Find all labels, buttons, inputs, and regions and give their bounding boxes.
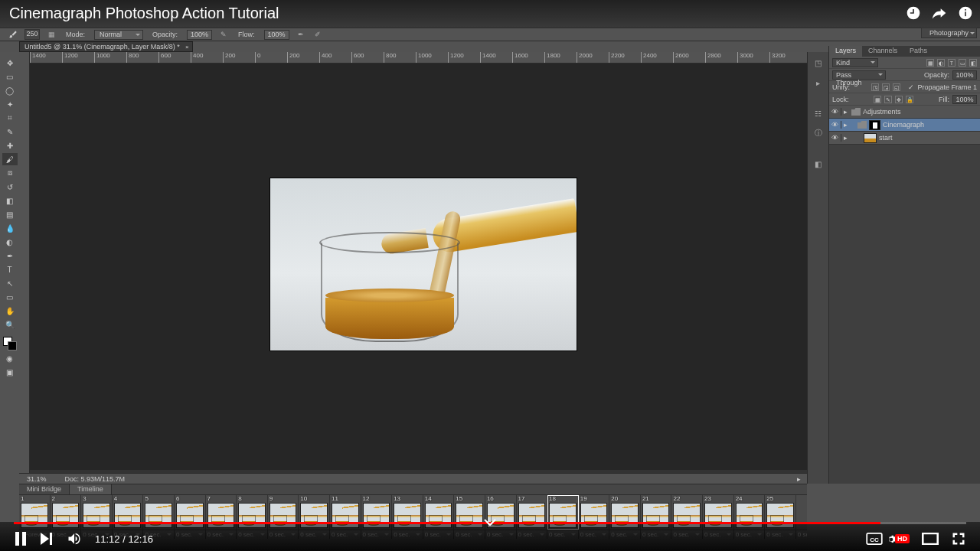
ruler-horizontal[interactable]: 1400120010008006004002000200400600800100… [30,52,807,64]
path-tool[interactable]: ↖ [2,277,18,289]
crop-tool[interactable]: ⌗ [2,112,18,124]
tab-timeline[interactable]: Timeline [70,484,112,494]
screenmode-tool[interactable]: ▣ [2,366,18,378]
wand-tool[interactable]: ✦ [2,98,18,110]
filter-type-icons[interactable]: ▦◐T▭◧ [926,59,977,67]
dodge-tool[interactable]: ◐ [2,236,18,248]
layer-row[interactable]: 👁▸Cinemagraph [829,119,980,132]
photoshop-window: 250 ▦ Mode: Normal Opacity: 100% ✎ Flow:… [0,0,980,551]
eraser-tool[interactable]: ◧ [2,194,18,207]
status-bar: 31.1% Doc: 5.93M/115.7M ▸ [19,473,807,484]
layer-row[interactable]: 👁▸start [829,132,980,145]
heal-tool[interactable]: ✚ [2,139,18,152]
volume-button[interactable] [66,531,83,546]
image-content [270,178,577,350]
ruler-vertical[interactable] [19,52,30,484]
mask-thumb[interactable] [869,120,880,130]
workspace-switcher[interactable]: Photography [921,28,977,38]
pressure-size-icon[interactable]: ✐ [312,29,323,40]
collapse-icon[interactable] [484,519,496,528]
next-button[interactable] [40,532,54,546]
svg-rect-4 [22,532,26,546]
flow-label: Flow: [235,31,258,38]
progress-played [14,522,880,524]
gradient-tool[interactable]: ▤ [2,208,18,220]
actions-panel-icon[interactable]: ▸ [811,75,826,90]
color-swatch[interactable] [3,337,17,350]
folder-icon [851,108,861,116]
opacity-value[interactable]: 100% [187,30,212,40]
adjustments-panel-icon[interactable]: ◧ [811,156,826,171]
unify-icons[interactable]: ◳◲◱ [871,83,900,91]
properties-panel-icon[interactable]: ☷ [811,106,826,121]
layer-fill[interactable]: 100% [952,95,977,104]
brush-panel-icon[interactable]: ▦ [46,29,57,40]
layers-panel: Layers Channels Paths Kind ▦◐T▭◧ Pass Th… [828,46,980,484]
canvas[interactable] [30,64,807,470]
brush-size[interactable]: 250 [24,29,40,40]
quickmask-tool[interactable]: ◉ [2,352,18,364]
stamp-tool[interactable]: ⧇ [2,167,18,179]
options-bar: 250 ▦ Mode: Normal Opacity: 100% ✎ Flow:… [0,28,980,41]
artboard [270,178,577,350]
zoom-tool[interactable]: 🔍 [2,318,18,331]
visibility-icon[interactable]: 👁 [829,108,841,116]
layer-row[interactable]: 👁▸Adjustments [829,106,980,119]
airbrush-icon[interactable]: ✒ [296,29,306,40]
settings-button[interactable]: HD [895,534,910,543]
close-icon[interactable]: × [185,43,189,52]
watch-later-icon[interactable] [905,5,922,21]
move-tool[interactable]: ✥ [2,57,18,69]
svg-rect-5 [50,533,52,545]
type-tool[interactable]: T [2,263,18,276]
tab-channels[interactable]: Channels [862,46,903,57]
filter-kind[interactable]: Kind [832,58,878,67]
layer-thumb [864,133,877,143]
visibility-icon[interactable]: 👁 [829,134,841,142]
pen-tool[interactable]: ✒ [2,249,18,262]
pressure-opacity-icon[interactable]: ✎ [218,29,229,40]
document-tab[interactable]: Untitled5 @ 31.1% (Cinemagraph, Layer Ma… [19,41,193,52]
propagate-label[interactable]: Propagate Frame 1 [917,83,977,91]
layer-name: Cinemagraph [883,121,924,129]
share-icon[interactable] [931,5,948,21]
shape-tool[interactable]: ▭ [2,291,18,303]
brush-tool-icon[interactable] [8,29,18,40]
status-docsize[interactable]: Doc: 5.93M/115.7M [65,475,126,483]
blend-mode[interactable]: Pass Through [832,70,886,80]
brush-tool[interactable]: 🖌 [2,153,18,165]
lock-label: Lock: [832,96,849,103]
tab-paths[interactable]: Paths [903,46,933,57]
mode-label: Mode: [63,31,88,38]
expand-icon[interactable]: ▸ [841,121,849,129]
hand-tool[interactable]: ✋ [2,305,18,317]
mode-select[interactable]: Normal [94,30,143,40]
history-brush-tool[interactable]: ↺ [2,181,18,193]
expand-icon[interactable]: ▸ [841,108,849,116]
history-panel-icon[interactable]: ◳ [811,55,826,70]
expand-icon[interactable]: ▸ [841,134,849,142]
opacity-label: Opacity: [149,31,181,38]
tab-mini-bridge[interactable]: Mini Bridge [19,484,70,494]
fill-label: Fill: [939,96,949,103]
flow-value[interactable]: 100% [264,30,289,40]
visibility-icon[interactable]: 👁 [829,121,841,129]
captions-button[interactable]: CC [866,533,883,545]
video-title: Cinemagraph Photoshop Action Tutorial [9,5,279,21]
bottom-panel-tabs: Mini Bridge Timeline [19,484,807,494]
theater-button[interactable] [922,533,939,545]
fullscreen-button[interactable] [951,531,966,546]
lock-icons[interactable]: ▦✎✥🔒 [874,96,913,103]
info-panel-icon[interactable]: ⓘ [811,126,826,141]
lasso-tool[interactable]: ◯ [2,84,18,96]
pause-button[interactable] [14,531,28,546]
blur-tool[interactable]: 💧 [2,222,18,234]
marquee-tool[interactable]: ▭ [2,70,18,83]
status-arrow-icon[interactable]: ▸ [797,475,801,483]
info-icon[interactable] [957,5,974,21]
eyedropper-tool[interactable]: ✎ [2,126,18,138]
status-zoom[interactable]: 31.1% [27,475,47,483]
layer-opacity[interactable]: 100% [952,70,977,80]
svg-rect-3 [15,532,19,546]
tab-layers[interactable]: Layers [829,46,862,57]
